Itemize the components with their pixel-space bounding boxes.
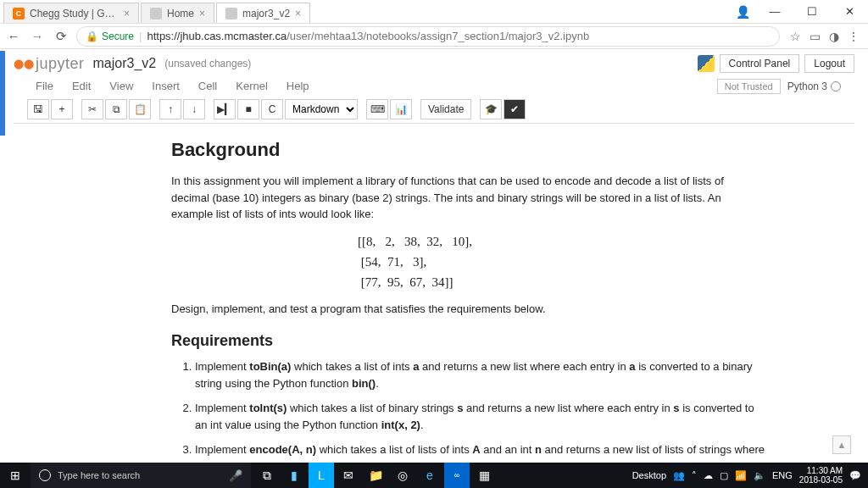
jupyter-toolbar: 🖫 + ✂ ⧉ 📋 ↑ ↓ ▶▎ ■ C Markdown ⌨ 📊 Valida… bbox=[14, 96, 854, 124]
requirements-list: Implement toBin(a) which takes a list of… bbox=[195, 358, 765, 463]
kernel-indicator[interactable]: Python 3 bbox=[787, 80, 841, 92]
tray-clock[interactable]: 11:30 AM 2018-03-05 bbox=[799, 466, 843, 485]
tray-lang[interactable]: ENG bbox=[772, 470, 793, 480]
menu-cell[interactable]: Cell bbox=[190, 76, 225, 96]
tray-chevron-icon[interactable]: ˄ bbox=[692, 470, 697, 481]
favicon-home bbox=[150, 8, 162, 19]
check-button[interactable]: ✔ bbox=[504, 99, 526, 119]
reload-button[interactable]: ⟳ bbox=[53, 29, 70, 44]
markdown-cell: Background In this assignment you will i… bbox=[86, 124, 782, 463]
not-trusted-badge[interactable]: Not Trusted bbox=[717, 79, 781, 94]
jupyter-logo[interactable]: ⬤⬤ jupyter bbox=[14, 55, 85, 73]
start-button[interactable]: ⊞ bbox=[0, 469, 31, 482]
validate-button[interactable]: Validate bbox=[420, 99, 471, 119]
taskview-icon[interactable]: ⧉ bbox=[254, 463, 280, 488]
save-button[interactable]: 🖫 bbox=[27, 99, 49, 119]
menu-insert[interactable]: Insert bbox=[143, 76, 188, 96]
mic-icon[interactable]: 🎤 bbox=[229, 469, 242, 482]
taskbar-search[interactable]: Type here to search 🎤 bbox=[31, 463, 251, 488]
paragraph: Design, implement, and test a program th… bbox=[171, 301, 765, 318]
present-button[interactable]: 🎓 bbox=[480, 99, 502, 119]
browser-tab-major3[interactable]: major3_v2 × bbox=[216, 3, 310, 23]
menu-kernel[interactable]: Kernel bbox=[227, 76, 276, 96]
add-cell-button[interactable]: + bbox=[51, 99, 73, 119]
notebook-name[interactable]: major3_v2 bbox=[93, 56, 157, 71]
celltype-select[interactable]: Markdown bbox=[285, 99, 358, 119]
tray-notifications-icon[interactable]: 💬 bbox=[849, 470, 861, 481]
paragraph: In this assignment you will implement a … bbox=[171, 173, 765, 223]
cortana-icon bbox=[39, 469, 51, 481]
tab-title: major3_v2 bbox=[242, 8, 290, 19]
menu-file[interactable]: File bbox=[27, 76, 62, 96]
browser-tab-home[interactable]: Home × bbox=[141, 3, 214, 23]
system-tray: Desktop 👥 ˄ ☁ ▢ 📶 🔈 ENG 11:30 AM 2018-03… bbox=[626, 466, 868, 485]
menu-help[interactable]: Help bbox=[278, 76, 318, 96]
left-edge-highlight bbox=[0, 51, 5, 136]
tab-close-icon[interactable]: × bbox=[295, 8, 301, 19]
notebook-scroll-area[interactable]: Background In this assignment you will i… bbox=[0, 124, 868, 463]
menu-edit[interactable]: Edit bbox=[64, 76, 99, 96]
scroll-top-button[interactable]: ▲ bbox=[832, 435, 851, 454]
explorer-icon[interactable]: 📁 bbox=[363, 463, 388, 488]
forward-button[interactable]: → bbox=[29, 29, 46, 43]
back-button[interactable]: ← bbox=[5, 29, 22, 43]
copy-button[interactable]: ⧉ bbox=[105, 99, 127, 119]
restart-button[interactable]: C bbox=[261, 99, 283, 119]
paste-button[interactable]: 📋 bbox=[129, 99, 151, 119]
list-item: Implement toInt(s) which takes a list of… bbox=[195, 400, 765, 433]
move-up-button[interactable]: ↑ bbox=[159, 99, 181, 119]
list-item: Implement toBin(a) which takes a list of… bbox=[195, 358, 765, 391]
lock-icon: 🔒 bbox=[86, 30, 98, 42]
browser-tabs: C Chegg Study | Guided So × Home × major… bbox=[0, 0, 729, 23]
jupyter-menubar: File Edit View Insert Cell Kernel Help N… bbox=[14, 73, 854, 96]
tab-title: Chegg Study | Guided So bbox=[30, 8, 119, 19]
kernel-status-icon bbox=[831, 81, 841, 92]
tab-close-icon[interactable]: × bbox=[199, 8, 205, 19]
python-logo-icon bbox=[698, 55, 715, 72]
menu-view[interactable]: View bbox=[101, 76, 142, 96]
browser-addressbar: ← → ⟳ 🔒 Secure | https://jhub.cas.mcmast… bbox=[0, 24, 868, 49]
edge-icon[interactable]: e bbox=[417, 463, 442, 488]
tab-close-icon[interactable]: × bbox=[124, 8, 130, 19]
tray-onedrive-icon[interactable]: ☁ bbox=[704, 470, 713, 481]
run-button[interactable]: ▶▎ bbox=[214, 99, 236, 119]
chrome-icon[interactable]: ◎ bbox=[390, 463, 415, 488]
secure-badge: 🔒 Secure bbox=[86, 30, 134, 42]
taskbar-apps: ⧉ ▮ L ✉ 📁 ◎ e ∞ ▦ bbox=[251, 463, 500, 488]
tray-battery-icon[interactable]: ▢ bbox=[720, 470, 728, 481]
cut-button[interactable]: ✂ bbox=[81, 99, 103, 119]
desktop-label[interactable]: Desktop bbox=[632, 470, 666, 480]
app-icon[interactable]: ▦ bbox=[471, 463, 497, 488]
menu-icon[interactable]: ⋮ bbox=[848, 30, 860, 43]
app-icon[interactable]: ▮ bbox=[281, 463, 307, 488]
heading-requirements: Requirements bbox=[171, 332, 765, 350]
extension-icon[interactable]: ◑ bbox=[829, 30, 839, 43]
stop-button[interactable]: ■ bbox=[237, 99, 259, 119]
profile-icon[interactable]: 👤 bbox=[729, 0, 756, 23]
control-panel-button[interactable]: Control Panel bbox=[720, 54, 800, 73]
app-icon[interactable]: L bbox=[309, 463, 334, 488]
tray-wifi-icon[interactable]: 📶 bbox=[735, 470, 747, 481]
addressbar-actions: ☆ ▭ ◑ ⋮ bbox=[787, 30, 863, 43]
app-icon[interactable]: ∞ bbox=[444, 463, 470, 488]
tray-volume-icon[interactable]: 🔈 bbox=[754, 470, 765, 481]
mail-icon[interactable]: ✉ bbox=[336, 463, 361, 488]
secure-label: Secure bbox=[102, 30, 134, 42]
favicon-jupyter bbox=[225, 8, 237, 19]
keyboard-button[interactable]: ⌨ bbox=[366, 99, 388, 119]
url-field[interactable]: 🔒 Secure | https://jhub.cas.mcmaster.ca/… bbox=[76, 26, 780, 47]
browser-tab-chegg[interactable]: C Chegg Study | Guided So × bbox=[3, 3, 139, 23]
tab-title: Home bbox=[167, 8, 194, 19]
chart-button[interactable]: 📊 bbox=[390, 99, 412, 119]
minimize-button[interactable]: — bbox=[756, 0, 793, 23]
logout-button[interactable]: Logout bbox=[804, 54, 854, 73]
jupyter-header: ⬤⬤ jupyter major3_v2 (unsaved changes) C… bbox=[0, 49, 868, 124]
close-button[interactable]: ✕ bbox=[831, 0, 868, 23]
star-icon[interactable]: ☆ bbox=[790, 30, 801, 43]
search-placeholder: Type here to search bbox=[58, 470, 140, 480]
cast-icon[interactable]: ▭ bbox=[810, 30, 821, 43]
tray-people-icon[interactable]: 👥 bbox=[673, 470, 685, 481]
move-down-button[interactable]: ↓ bbox=[183, 99, 205, 119]
maximize-button[interactable]: ☐ bbox=[793, 0, 831, 23]
list-item: Implement encode(A, n) which takes a lis… bbox=[195, 441, 765, 463]
